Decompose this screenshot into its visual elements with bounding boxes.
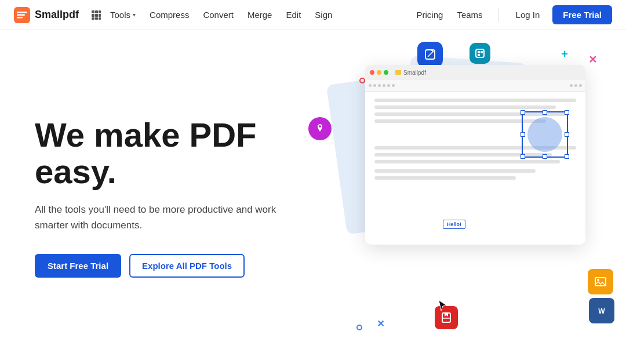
pdf-window: Smallpdf xyxy=(365,65,585,245)
nav-divider xyxy=(498,8,498,22)
svg-text:W: W xyxy=(598,307,605,315)
svg-rect-5 xyxy=(95,10,98,13)
cursor-icon xyxy=(438,299,448,312)
sel-circle xyxy=(527,117,562,152)
dot-green xyxy=(384,70,388,75)
illustration-wrap: + + ✕ xyxy=(301,30,626,364)
svg-rect-12 xyxy=(99,17,101,20)
pdf-title-label: Smallpdf xyxy=(395,70,426,76)
svg-rect-15 xyxy=(478,51,480,53)
svg-rect-8 xyxy=(95,14,98,17)
nav-compress[interactable]: Compress xyxy=(144,6,195,23)
floating-word-icon: W xyxy=(589,298,614,323)
floating-image-icon xyxy=(588,269,613,294)
sel-handles xyxy=(521,110,569,159)
grid-icon[interactable] xyxy=(90,9,102,21)
svg-rect-14 xyxy=(476,49,484,57)
deco-plus-teal: + xyxy=(561,48,568,61)
nav-teams[interactable]: Teams xyxy=(451,6,488,23)
pdf-title-dots xyxy=(370,70,388,75)
sel-box xyxy=(522,111,568,158)
logo-link[interactable]: Smallpdf xyxy=(14,7,79,23)
svg-rect-1 xyxy=(17,12,27,13)
svg-rect-13 xyxy=(425,50,435,59)
dot-yellow xyxy=(377,70,381,75)
nav-sign[interactable]: Sign xyxy=(309,6,338,23)
svg-rect-6 xyxy=(99,10,101,13)
svg-rect-2 xyxy=(17,14,25,16)
svg-rect-4 xyxy=(92,10,94,13)
pdf-toolbar xyxy=(365,80,585,92)
deco-circle-blue xyxy=(356,325,362,330)
tools-chevron: ▾ xyxy=(133,12,136,18)
nav-right: Pricing Teams Log In Free Trial xyxy=(411,5,612,24)
pdf-content: Hello! xyxy=(365,92,585,190)
hello-textbox: Hello! xyxy=(443,220,465,229)
logo-text: Smallpdf xyxy=(35,9,79,21)
nav-left-links: Tools ▾ Compress Convert Merge Edit Sign xyxy=(104,6,338,23)
svg-rect-17 xyxy=(478,54,480,56)
svg-rect-7 xyxy=(92,14,94,17)
floating-edit-icon xyxy=(417,42,443,67)
hero-subtext: All the tools you'll need to be more pro… xyxy=(35,202,278,233)
nav-right-links: Pricing Teams xyxy=(411,6,489,23)
hero-heading: We make PDF easy. xyxy=(35,117,313,191)
deco-x-pink: ✕ xyxy=(588,53,597,66)
hero-illustration: + + ✕ xyxy=(301,30,626,364)
bg-card-right xyxy=(401,55,527,213)
dot-red xyxy=(370,70,374,75)
svg-rect-21 xyxy=(596,305,607,316)
deco-plus-yellow: + xyxy=(383,74,390,89)
svg-point-18 xyxy=(319,125,321,128)
free-trial-button[interactable]: Free Trial xyxy=(552,5,612,24)
logo-icon xyxy=(14,7,30,23)
svg-rect-9 xyxy=(99,14,101,17)
svg-rect-19 xyxy=(595,278,606,286)
svg-rect-16 xyxy=(481,51,483,53)
nav-edit[interactable]: Edit xyxy=(280,6,307,23)
navbar: Smallpdf Tools ▾ Compress Convert Merge … xyxy=(0,0,626,30)
hero-buttons: Start Free Trial Explore All PDF Tools xyxy=(35,254,313,278)
svg-point-20 xyxy=(597,279,599,281)
hero-left: We make PDF easy. All the tools you'll n… xyxy=(35,117,313,278)
login-button[interactable]: Log In xyxy=(508,6,548,23)
svg-rect-10 xyxy=(92,17,94,20)
pdf-titlebar: Smallpdf xyxy=(365,65,585,80)
nav-convert[interactable]: Convert xyxy=(197,6,239,23)
nav-pricing[interactable]: Pricing xyxy=(411,6,449,23)
folder-icon xyxy=(395,70,401,75)
svg-rect-11 xyxy=(95,17,98,20)
hero-section: We make PDF easy. All the tools you'll n… xyxy=(0,30,626,364)
bg-card-left xyxy=(326,69,462,234)
svg-rect-23 xyxy=(442,313,450,322)
nav-merge[interactable]: Merge xyxy=(242,6,278,23)
nav-tools[interactable]: Tools ▾ xyxy=(104,6,141,23)
start-free-trial-button[interactable]: Start Free Trial xyxy=(35,254,121,278)
deco-circle-red xyxy=(359,78,365,83)
explore-tools-button[interactable]: Explore All PDF Tools xyxy=(129,254,245,278)
svg-rect-3 xyxy=(17,17,23,19)
floating-teal-icon xyxy=(470,43,490,64)
floating-bookmark-icon xyxy=(435,306,458,329)
deco-x-blue: ✕ xyxy=(377,318,384,329)
